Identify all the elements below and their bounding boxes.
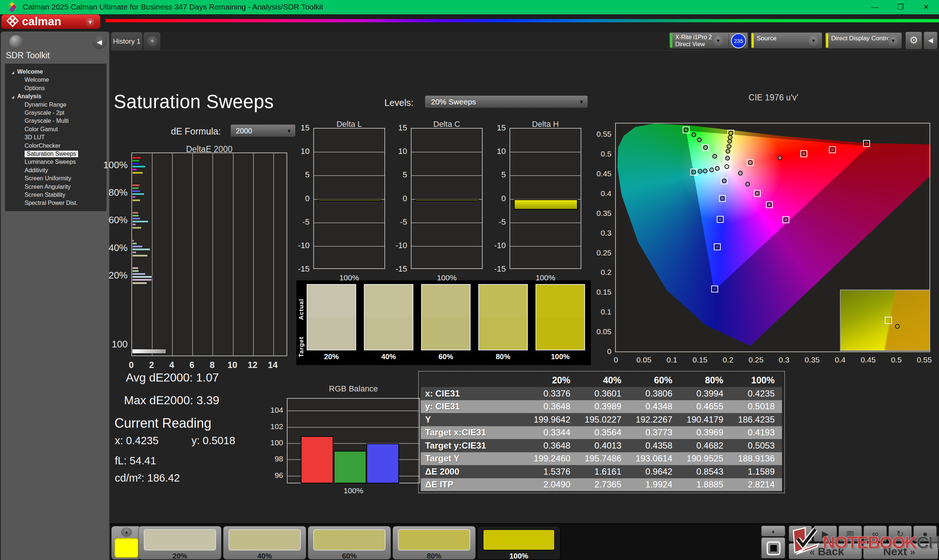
pattern-button-80%[interactable]: 80% — [392, 526, 476, 560]
pattern-label: 100% — [478, 552, 560, 560]
table-row: x: CIE310.33760.36010.38060.39940.4235 — [421, 387, 782, 400]
calman-logo-button[interactable]: calman ▼ — [1, 14, 100, 29]
gridline — [412, 152, 482, 152]
gear-icon[interactable]: ⚙ — [905, 32, 922, 49]
blue-bar — [367, 443, 399, 483]
tree-expander-icon[interactable]: ◢ — [11, 70, 14, 74]
sidebar-item-options[interactable]: Options — [25, 85, 45, 92]
sidebar-item-analysis[interactable]: Analysis — [17, 93, 42, 100]
refresh-icon[interactable]: ↻ — [888, 526, 912, 542]
inset-measured-circle — [895, 324, 900, 329]
sidebar-item-grayscale-2pt[interactable]: Grayscale - 2pt — [25, 109, 64, 116]
gridline — [172, 153, 173, 355]
calman-diamond-icon — [6, 15, 19, 28]
meter-dropdown[interactable]: X-Rite i1Pro 2 Direct View ▼ 235 — [669, 32, 748, 49]
sidebar-item-additivity[interactable]: Additivity — [25, 167, 48, 174]
gridline — [510, 246, 581, 247]
sidebar-item-saturation-sweeps[interactable]: Saturation Sweeps — [25, 151, 78, 157]
y-tick: 15 — [484, 123, 506, 133]
pattern-button-20%[interactable]: 20% — [138, 526, 222, 560]
sidebar-item-grayscale-multi[interactable]: Grayscale - Multi — [25, 118, 69, 124]
back-button[interactable]: «Back — [789, 543, 862, 559]
sidebar-item-spectral-power-dist-[interactable]: Spectral Power Dist. — [25, 200, 78, 206]
sidebar-item-screen-stability[interactable]: Screen Stability — [25, 192, 65, 198]
close-icon[interactable]: ✕ — [920, 2, 933, 12]
gridline — [192, 153, 193, 355]
collapse-up-button[interactable]: ▲ — [761, 526, 785, 537]
stop-button[interactable] — [761, 537, 785, 558]
minimize-icon[interactable]: — — [868, 2, 881, 12]
y-tick: -5 — [288, 217, 310, 227]
swatch-label: 40% — [364, 352, 413, 361]
sample-pattern-button[interactable]: ▲ — [111, 526, 141, 560]
tree-expander-icon[interactable]: ◢ — [11, 95, 14, 99]
sidebar-item-colorchecker[interactable]: ColorChecker — [25, 143, 60, 149]
deltae-bar — [132, 270, 139, 272]
cell-value: 0.3648 — [525, 439, 576, 452]
restore-icon[interactable]: ❐ — [894, 2, 907, 12]
deltae-bar — [132, 223, 136, 226]
y-tick: 96 — [264, 471, 283, 480]
y-tick: 104 — [264, 406, 283, 414]
swatch-label: 20% — [307, 352, 356, 361]
swatch-80% — [478, 284, 528, 350]
play-icon[interactable]: ▶ — [814, 526, 837, 542]
gridline — [253, 153, 254, 355]
row-label: ΔE 2000 — [421, 465, 525, 478]
top-band — [0, 14, 939, 32]
arrow-up-icon: ▲ — [121, 528, 132, 537]
actual-row-label: Actual — [298, 287, 305, 320]
deltae-bar — [132, 214, 139, 217]
collapse-panel-icon[interactable]: ◀ — [924, 32, 937, 49]
pattern-button-40%[interactable]: 40% — [223, 526, 306, 560]
swatch-40% — [364, 284, 413, 350]
row-label: y: CIE31 — [421, 400, 525, 414]
sidebar-indicator-button[interactable] — [9, 35, 23, 48]
histogram-icon[interactable]: ▥ — [839, 526, 862, 542]
levels-dropdown[interactable]: 20% Sweeps ▼ — [425, 95, 588, 108]
infinity-icon[interactable]: ∞ — [863, 526, 887, 542]
max-de2000: Max dE2000: 3.39 — [124, 394, 219, 407]
cell-value: 0.4235 — [729, 387, 780, 400]
cie-x-tick: 0.45 — [856, 355, 881, 364]
sidebar-item-welcome[interactable]: Welcome — [17, 69, 43, 75]
add-tab-button[interactable]: + — [143, 32, 161, 50]
cie-measured-point — [691, 132, 696, 137]
next-button[interactable]: Next» — [863, 543, 938, 559]
sidebar-item-luminance-sweeps[interactable]: Luminance Sweeps — [25, 159, 76, 165]
back-label: Back — [817, 545, 844, 557]
stop-icon[interactable]: ■ — [789, 526, 812, 542]
record-icon[interactable]: ● — [913, 526, 937, 542]
meter-count-badge[interactable]: 235 — [731, 33, 746, 48]
cie-measured-point — [698, 169, 702, 174]
pattern-button-60%[interactable]: 60% — [308, 526, 391, 560]
source-dropdown[interactable]: Source ▼ — [751, 32, 822, 49]
y-tick: 10 — [484, 146, 506, 156]
sidebar-item-3d-lut[interactable]: 3D LUT — [25, 134, 45, 141]
de-formula-dropdown[interactable]: 2000 ▼ — [230, 124, 296, 137]
pattern-button-100%[interactable]: 100% — [477, 526, 560, 560]
chevron-down-icon[interactable]: ▼ — [888, 35, 899, 46]
deltae-bar — [132, 239, 134, 242]
sidebar-item-screen-angularity[interactable]: Screen Angularity — [25, 184, 71, 190]
deltae-bar — [132, 273, 146, 275]
sidebar-item-screen-uniformity[interactable]: Screen Uniformity — [25, 175, 71, 182]
tab-history-1[interactable]: History 1 — [111, 32, 143, 50]
logo-dropdown-icon[interactable]: ▼ — [85, 18, 95, 27]
cell-value: 0.3994 — [678, 387, 729, 400]
y-tick: -15 — [288, 264, 310, 274]
sidebar-item-color-gamut[interactable]: Color Gamut — [25, 126, 58, 133]
chevron-down-icon[interactable]: ▼ — [713, 35, 724, 46]
measurement-table[interactable]: 20%40%60%80%100%x: CIE310.33760.36010.38… — [418, 371, 785, 493]
y-tick: -10 — [288, 241, 310, 250]
sidebar-item-welcome[interactable]: Welcome — [25, 77, 49, 83]
sidebar-collapse-icon[interactable]: ◀ — [93, 35, 106, 49]
deltae-bar — [132, 190, 140, 192]
deltae-bar — [132, 168, 137, 171]
display-control-dropdown[interactable]: Direct Display Control ▼ — [825, 32, 902, 49]
deltae-bar — [132, 211, 139, 214]
sidebar-item-dynamic-range[interactable]: Dynamic Range — [25, 102, 66, 108]
pattern-label: 20% — [139, 552, 221, 560]
delta-bar — [318, 199, 381, 201]
chevron-down-icon[interactable]: ▼ — [808, 35, 819, 46]
